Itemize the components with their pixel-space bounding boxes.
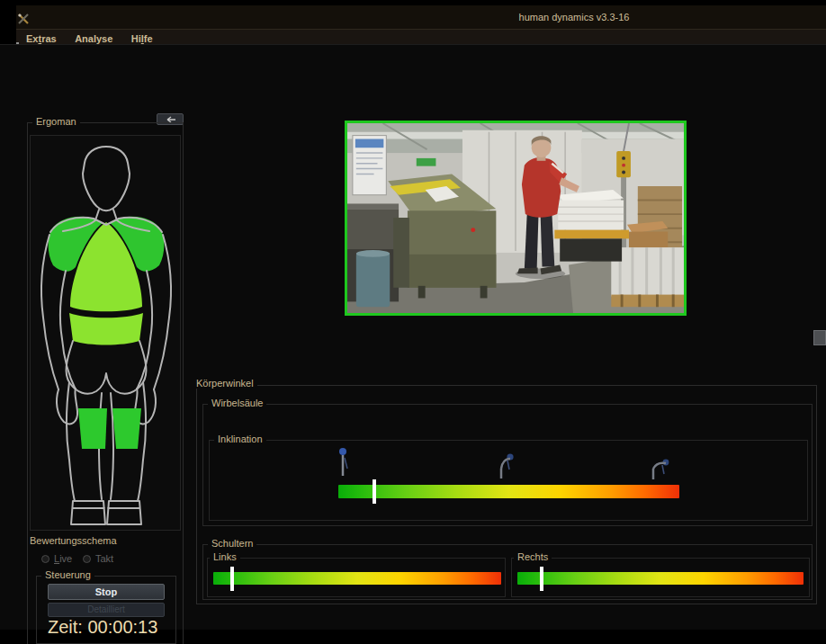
koerperwinkel-group: Körperwinkel Wirbelsäule Inklination (196, 385, 817, 604)
inklination-label: Inklination (214, 434, 266, 444)
wirbelsaeule-group: Wirbelsäule Inklination (202, 404, 813, 526)
rechts-marker (540, 567, 543, 591)
menu-analyse[interactable]: Analyse (70, 32, 117, 45)
factory-scene-image (347, 123, 684, 313)
menu-extras[interactable]: Extras (22, 32, 61, 45)
body-knee-left (78, 408, 107, 449)
ergoman-figure (31, 136, 182, 530)
radio-live-label: Live (54, 553, 72, 564)
inklination-group: Inklination (209, 440, 808, 521)
links-marker (230, 567, 234, 591)
steuerung-label: Steuerung (41, 569, 94, 580)
body-knee-right (112, 408, 141, 449)
scrollbar-thumb[interactable] (813, 330, 826, 345)
window-title: human dynamics v3.3-16 (313, 12, 826, 22)
links-label: Links (210, 551, 240, 562)
video-frame (345, 121, 687, 316)
wirbelsaeule-label: Wirbelsäule (208, 398, 266, 408)
bewertungsschema-label: Bewertungsschema (30, 535, 117, 546)
links-scale (213, 572, 501, 585)
schultern-label: Schultern (208, 538, 256, 549)
menu-hilfe[interactable]: Hilfe (127, 32, 157, 45)
rechts-scale (517, 572, 804, 585)
detailliert-button[interactable]: Detailliert (48, 603, 165, 617)
zeit-readout: Zeit: 00:00:13 (48, 617, 157, 638)
schulter-rechts-group: Rechts (511, 558, 810, 597)
posture-stooped-icon (649, 452, 672, 480)
ergoman-label: Ergoman (32, 116, 80, 127)
ergoman-figure-box (30, 135, 181, 531)
app-logo-icon (16, 12, 31, 26)
main-content: Ergoman (0, 44, 826, 630)
inklination-marker (373, 479, 376, 504)
schulter-links-group: Links (207, 558, 506, 597)
koerperwinkel-label: Körperwinkel (193, 378, 257, 389)
titlebar: human dynamics v3.3-16 (16, 5, 826, 29)
inklination-scale (338, 485, 679, 498)
menubar: Extras Analyse Hilfe (16, 29, 826, 44)
radio-takt-label: Takt (95, 553, 113, 564)
body-lower-back (69, 313, 143, 345)
steuerung-group: Steuerung Stop Detailliert Zeit: 00:00:1… (36, 576, 176, 644)
posture-upright-icon (336, 447, 355, 479)
posture-bent-icon (496, 450, 517, 480)
app-window: human dynamics v3.3-16 Extras Analyse Hi… (0, 0, 826, 644)
rechts-label: Rechts (514, 551, 552, 562)
schultern-group: Schultern Links Rechts (202, 544, 813, 600)
radio-takt[interactable] (83, 555, 91, 563)
stop-button[interactable]: Stop (48, 584, 165, 600)
radio-live[interactable] (41, 555, 49, 563)
